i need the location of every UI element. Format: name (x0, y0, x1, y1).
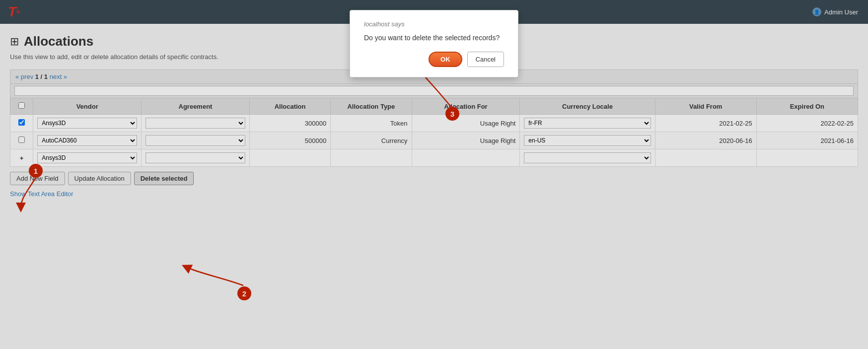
cancel-button[interactable]: Cancel (467, 52, 504, 67)
ok-button[interactable]: OK (429, 52, 462, 67)
dialog-title: localhost says (364, 20, 504, 28)
dialog-buttons: OK Cancel (364, 52, 504, 67)
dialog-message: Do you want to delete the selected recor… (364, 34, 504, 42)
dialog-overlay: localhost says Do you want to delete the… (0, 0, 868, 349)
dialog-box: localhost says Do you want to delete the… (350, 10, 518, 77)
